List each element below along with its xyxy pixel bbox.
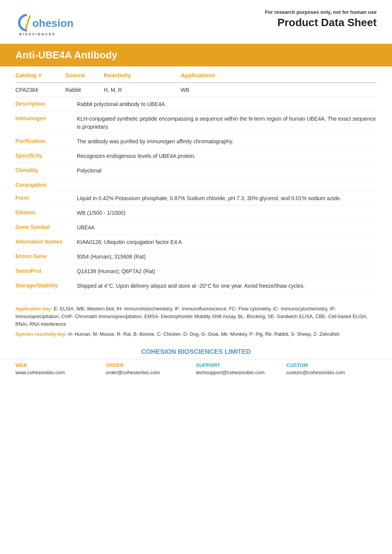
detail-label-dilution: Dilution <box>15 209 77 217</box>
detail-row: DescriptionRabbit polyclonal antibody to… <box>15 97 377 112</box>
detail-row: FormLiquid in 0.42% Potassium phosphate,… <box>15 191 377 206</box>
svg-text:BIOSCIENCES: BIOSCIENCES <box>19 32 56 36</box>
application-key-label: Application key: <box>15 306 53 312</box>
detail-row: ImmunogenKLH-conjugated synthetic peptid… <box>15 112 377 134</box>
product-data-sheet-title: Product Data Sheet <box>265 17 377 29</box>
detail-row: SwissProtQ14139 (Human); Q6P7A2 (Rat) <box>15 264 377 279</box>
detail-value-conjugation <box>77 181 377 188</box>
col-header-applications: Applications <box>181 66 377 83</box>
detail-label-immunogen: Immunogen <box>15 115 77 131</box>
header-right: For research purposes only, not for huma… <box>265 9 377 29</box>
footer-support-label: SUPPORT <box>196 362 286 368</box>
application-key-paragraph: Application key: E- ELISA, WB- Western b… <box>15 305 377 328</box>
detail-label-form: Form <box>15 194 77 202</box>
detail-value-description: Rabbit polyclonal antibody to UBE4A <box>77 100 377 108</box>
company-name: COHESION BIOSCIENCES LIMITED <box>0 342 392 359</box>
detail-label-purification: Purification <box>15 138 77 146</box>
detail-label-swissprot: SwissProt <box>15 267 77 275</box>
page-header: ohesion BIOSCIENCES For research purpose… <box>0 0 392 40</box>
source-value: Rabbit <box>65 83 104 97</box>
detail-label-gene-symbol: Gene Symbol <box>15 224 77 232</box>
col-header-source: Source <box>65 66 104 83</box>
detail-value-entrez-gene: 9354 (Human); 315608 (Rat) <box>77 253 377 261</box>
detail-label-conjugation: Conjugation <box>15 181 77 188</box>
detail-label-entrez-gene: Entrez Gene <box>15 253 77 261</box>
detail-value-alternative-names: KIAA0126; Ubiquitin conjugation factor E… <box>77 238 377 246</box>
main-content: Catalog # Source Reactivity Applications… <box>0 66 392 294</box>
catalog-value: CPA2384 <box>15 83 65 97</box>
detail-value-purification: The antibody was purified by immunogen a… <box>77 138 377 146</box>
detail-value-immunogen: KLH-conjugated synthetic peptide encompa… <box>77 115 377 131</box>
detail-row: SpecificityRecognizes endogenous levels … <box>15 149 377 164</box>
detail-value-clonality: Polyclonal <box>77 167 377 175</box>
footer-col-support: SUPPORT techsupport@cohesionbio.com <box>196 362 286 375</box>
title-banner: Anti-UBE4A Antibody <box>0 44 392 66</box>
detail-label-alternative-names: Alternative Names <box>15 238 77 246</box>
footer-support-value: techsupport@cohesionbio.com <box>196 370 286 375</box>
detail-row: ClonalityPolyclonal <box>15 164 377 178</box>
applications-value: WB <box>181 83 377 97</box>
svg-text:ohesion: ohesion <box>32 17 73 29</box>
table-data-row: CPA2384 Rabbit H, M, R WB <box>15 83 377 97</box>
footer-col-custom: CUSTOM custom@cohesionbio.com <box>286 362 377 375</box>
footer-web-label: WEB <box>15 362 106 368</box>
detail-label-description: Description <box>15 100 77 108</box>
detail-value-gene-symbol: UBE4A <box>77 224 377 232</box>
reactivity-value: H, M, R <box>104 83 181 97</box>
footer-order-value: order@cohesionbio.com <box>106 370 196 375</box>
footer-notes: Application key: E- ELISA, WB- Western b… <box>0 294 392 342</box>
research-only-text: For research purposes only, not for huma… <box>265 9 377 15</box>
footer-custom-value: custom@cohesionbio.com <box>286 370 377 375</box>
footer-col-web: WEB www.cohesionbio.com <box>15 362 106 375</box>
table-header-row: Catalog # Source Reactivity Applications <box>15 66 377 83</box>
detail-label-clonality: Clonality <box>15 167 77 175</box>
antibody-title: Anti-UBE4A Antibody <box>15 49 377 61</box>
detail-row: Conjugation <box>15 178 377 191</box>
detail-value-swissprot: Q14139 (Human); Q6P7A2 (Rat) <box>77 267 377 275</box>
logo: ohesion BIOSCIENCES <box>15 9 77 36</box>
footer-col-order: ORDER order@cohesionbio.com <box>106 362 196 375</box>
footer-links: WEB www.cohesionbio.com ORDER order@cohe… <box>0 359 392 383</box>
detail-value-storagestability: Shipped at 4°C. Upon delivery aliquot an… <box>77 282 377 290</box>
detail-row: Entrez Gene9354 (Human); 315608 (Rat) <box>15 250 377 264</box>
detail-value-form: Liquid in 0.42% Potassium phosphate, 0.8… <box>77 194 377 202</box>
detail-label-storagestability: Storage/Stability <box>15 282 77 290</box>
detail-row: Storage/StabilityShipped at 4°C. Upon de… <box>15 279 377 294</box>
species-key-label: Species reactivity key: <box>15 332 67 337</box>
col-header-catalog: Catalog # <box>15 66 65 83</box>
catalog-table: Catalog # Source Reactivity Applications… <box>15 66 377 97</box>
detail-row: PurificationThe antibody was purified by… <box>15 134 377 149</box>
details-container: DescriptionRabbit polyclonal antibody to… <box>15 97 377 294</box>
col-header-reactivity: Reactivity <box>104 66 181 83</box>
detail-row: DilutionWB (1/500 - 1/1000) <box>15 206 377 221</box>
detail-value-dilution: WB (1/500 - 1/1000) <box>77 209 377 217</box>
footer-custom-label: CUSTOM <box>286 362 377 368</box>
application-key-value: E- ELISA, WB- Western blot, IH- Immunohi… <box>15 306 367 327</box>
species-key-paragraph: Species reactivity key: H- Human, M- Mou… <box>15 330 377 338</box>
detail-value-specificity: Recognizes endogenous levels of UBE4A pr… <box>77 152 377 160</box>
detail-row: Alternative NamesKIAA0126; Ubiquitin con… <box>15 235 377 250</box>
svg-line-0 <box>25 15 30 30</box>
detail-row: Gene SymbolUBE4A <box>15 221 377 235</box>
detail-label-specificity: Specificity <box>15 152 77 160</box>
footer-web-value: www.cohesionbio.com <box>15 370 106 375</box>
species-key-value: H- Human, M- Mouse, R- Rat, B- Bovine, C… <box>68 332 340 337</box>
footer-order-label: ORDER <box>106 362 196 368</box>
